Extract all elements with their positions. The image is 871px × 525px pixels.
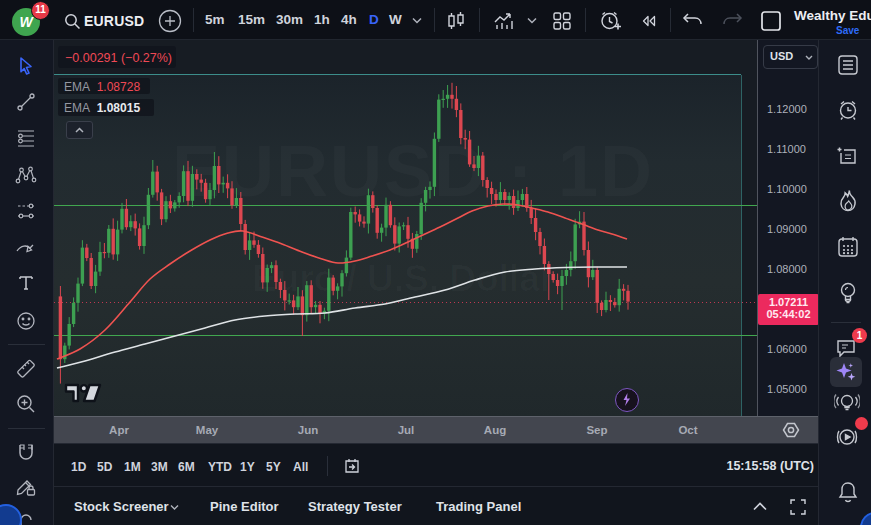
svg-text:Euro / U.S. Dollar: Euro / U.S. Dollar [252,258,554,299]
svg-text:EURUSD · 1D: EURUSD · 1D [172,131,654,211]
